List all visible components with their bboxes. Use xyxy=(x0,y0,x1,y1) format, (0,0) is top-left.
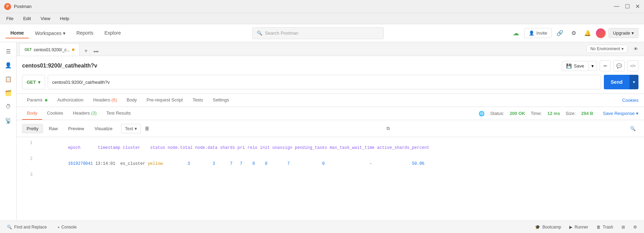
save-response-button[interactable]: Save Response ▾ xyxy=(603,111,638,116)
maximize-button[interactable]: ☐ xyxy=(625,3,630,10)
nav-reports[interactable]: Reports xyxy=(72,28,98,38)
runner-icon: ▶ xyxy=(569,225,572,230)
upgrade-label: Upgrade xyxy=(613,30,630,36)
trash-button[interactable]: 🗑 Trash xyxy=(594,223,616,231)
save-dropdown-button[interactable]: ▾ xyxy=(589,61,597,71)
filter-icon-btn[interactable]: ☰ xyxy=(145,126,149,131)
settings-icon-btn[interactable]: ⚙ xyxy=(631,223,640,231)
upgrade-button[interactable]: Upgrade ▾ xyxy=(608,28,638,38)
user-avatar[interactable] xyxy=(596,28,606,38)
copy-icon-btn[interactable]: ⧉ xyxy=(383,123,394,134)
monitors-icon: ⏱ xyxy=(6,104,11,110)
tab-headers[interactable]: Headers (6) xyxy=(88,94,122,107)
code-icon-btn[interactable]: </> xyxy=(627,60,638,71)
new-tab-button[interactable]: + xyxy=(81,46,91,56)
runner-button[interactable]: ▶ Runner xyxy=(566,223,591,231)
status-label: Status: xyxy=(490,111,504,116)
notifications-icon-btn[interactable]: 🔔 xyxy=(582,28,593,39)
comment-icon-btn[interactable]: 💬 xyxy=(614,60,625,71)
sidebar-icons: ☰ 👤 📋 🗂️ ⏱ 📡 xyxy=(0,42,17,221)
resp-headers-count: (3) xyxy=(91,110,97,116)
nav-workspaces-label: Workspaces xyxy=(35,30,62,36)
search-icon: 🔍 xyxy=(257,30,262,36)
minimize-button[interactable]: — xyxy=(614,3,619,10)
tab-modified-dot xyxy=(72,48,74,51)
status-value: 200 OK xyxy=(510,111,525,116)
link-icon-btn[interactable]: 🔗 xyxy=(554,28,565,39)
response-status: 🌐 Status: 200 OK Time: 12 ms Size: 294 B… xyxy=(479,111,638,116)
response-tabs-bar: Body Cookies Headers (3) Test Results 🌐 … xyxy=(17,107,644,120)
request-header: centos01:9200/_cat/health?v 💾 Save ▾ ✏ 💬 xyxy=(22,60,638,71)
tab-authorization[interactable]: Authorization xyxy=(52,94,88,107)
send-dropdown-button[interactable]: ▾ xyxy=(629,75,638,89)
bootcamp-icon: 🎓 xyxy=(535,225,540,230)
main-layout: ☰ 👤 📋 🗂️ ⏱ 📡 GET centos01:9200/_c... + xyxy=(0,42,644,221)
tab-params[interactable]: Params xyxy=(22,94,52,107)
env-chevron-icon: ▾ xyxy=(622,46,624,51)
code-view: 1 epoch timestamp cluster status node.to… xyxy=(17,137,644,221)
resp-tab-cookies[interactable]: Cookies xyxy=(42,107,68,120)
sidebar-monitors-icon[interactable]: ⏱ xyxy=(2,100,15,113)
format-raw[interactable]: Raw xyxy=(44,124,62,133)
cloud-icon-btn[interactable]: ☁ xyxy=(510,28,521,39)
code-line-3: 3 xyxy=(17,172,644,179)
format-preview[interactable]: Preview xyxy=(64,124,89,133)
find-replace-button[interactable]: 🔍 Find and Replace xyxy=(4,223,49,231)
menu-edit[interactable]: Edit xyxy=(21,15,33,23)
history-icon: 📋 xyxy=(5,76,12,82)
sidebar-mock-icon[interactable]: 📡 xyxy=(2,114,15,127)
format-type-chevron-icon: ▾ xyxy=(135,126,137,131)
postman-logo: P xyxy=(4,3,11,10)
headers-label: Headers xyxy=(93,97,110,102)
format-type-select[interactable]: Text ▾ xyxy=(121,124,141,133)
search-response-icon-btn[interactable]: 🔍 xyxy=(627,123,638,134)
edit-icon-btn[interactable]: ✏ xyxy=(600,60,611,71)
bootcamp-label: Bootcamp xyxy=(542,225,561,230)
find-replace-label: Find and Replace xyxy=(14,225,47,230)
menu-view[interactable]: View xyxy=(38,15,52,23)
invite-button[interactable]: 👤 Invite xyxy=(524,28,552,38)
active-tab[interactable]: GET centos01:9200/_c... xyxy=(19,43,80,56)
layout-icon-btn[interactable]: ⊞ xyxy=(619,223,628,231)
resp-tab-body[interactable]: Body xyxy=(22,107,42,120)
tab-body[interactable]: Body xyxy=(122,94,142,107)
environment-select[interactable]: No Environment ▾ xyxy=(587,45,627,53)
sidebar-environments-icon[interactable]: 👤 xyxy=(2,59,15,71)
invite-icon: 👤 xyxy=(529,30,534,36)
menu-file[interactable]: File xyxy=(4,15,16,23)
search-bar[interactable]: 🔍 Search Postman xyxy=(252,27,384,39)
sidebar-apis-icon[interactable]: 🗂️ xyxy=(2,87,15,99)
url-input[interactable] xyxy=(48,75,601,89)
env-eye-icon-btn[interactable]: 👁 xyxy=(630,43,641,54)
tab-settings[interactable]: Settings xyxy=(208,94,234,107)
resp-tab-headers[interactable]: Headers (3) xyxy=(68,107,102,120)
more-tabs-button[interactable]: ••• xyxy=(91,47,101,56)
format-visualize[interactable]: Visualize xyxy=(90,124,117,133)
request-area: centos01:9200/_cat/health?v 💾 Save ▾ ✏ 💬 xyxy=(17,56,644,94)
cloud-icon: ☁ xyxy=(513,29,519,37)
menu-help[interactable]: Help xyxy=(58,15,71,23)
environments-icon: 👤 xyxy=(5,62,12,69)
console-button[interactable]: ▪ Console xyxy=(55,223,79,231)
method-select[interactable]: GET ▾ xyxy=(22,75,45,89)
sidebar-history-icon[interactable]: 📋 xyxy=(2,73,15,85)
resp-tab-test-results[interactable]: Test Results xyxy=(101,107,136,120)
settings-icon-btn[interactable]: ⚙ xyxy=(568,28,579,39)
tab-tests[interactable]: Tests xyxy=(188,94,208,107)
bell-icon: 🔔 xyxy=(584,30,591,36)
cookies-link[interactable]: Cookies xyxy=(622,94,638,106)
send-button[interactable]: Send xyxy=(604,75,629,89)
search-icon: 🔍 xyxy=(7,225,12,230)
nav-home[interactable]: Home xyxy=(6,28,29,38)
sidebar-collections-icon[interactable]: ☰ xyxy=(2,45,15,57)
bootcamp-button[interactable]: 🎓 Bootcamp xyxy=(532,223,564,231)
save-button[interactable]: 💾 Save xyxy=(562,61,589,71)
line-number-1: 1 xyxy=(22,141,33,145)
tab-prerequest[interactable]: Pre-request Script xyxy=(142,94,188,107)
gear-icon: ⚙ xyxy=(571,30,576,36)
close-button[interactable]: ✕ xyxy=(635,3,640,10)
nav-explore[interactable]: Explore xyxy=(100,28,126,38)
link-icon: 🔗 xyxy=(556,30,563,36)
nav-workspaces[interactable]: Workspaces ▾ xyxy=(30,28,70,38)
format-pretty[interactable]: Pretty xyxy=(22,124,43,133)
